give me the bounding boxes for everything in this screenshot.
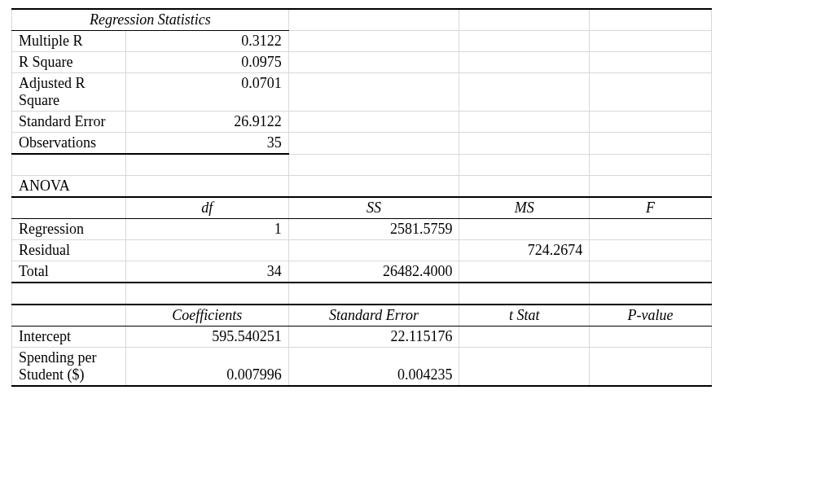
table-row: Total 34 26482.4000 [12,261,712,283]
stat-label-std-error: Standard Error [12,112,126,133]
anova-cell [459,219,590,240]
stat-label-observations: Observations [12,133,126,155]
stat-value-multiple-r: 0.3122 [125,31,288,52]
coef-cell [459,327,590,348]
coef-cell [590,348,712,387]
anova-cell: 26482.4000 [288,261,459,283]
coef-header-standard-error: Standard Error [288,305,459,327]
anova-cell: 34 [125,261,288,283]
stat-label-multiple-r: Multiple R [12,31,126,52]
stat-label-adj-r-square: Adjusted R Square [12,73,126,112]
coef-cell: 595.540251 [125,327,288,348]
anova-header-ss: SS [288,197,459,219]
coef-row-label: Intercept [12,327,126,348]
coef-cell [459,348,590,387]
table-title: Regression Statistics [12,9,289,31]
anova-row-label: Regression [12,219,126,240]
table-row: Residual 724.2674 [12,240,712,261]
table-row: Spending per Student ($) 0.007996 0.0042… [12,348,712,387]
regression-output: Regression Statistics Multiple R 0.3122 … [11,8,712,387]
coef-header-coefficients: Coefficients [125,305,288,327]
coef-cell: 0.007996 [125,348,288,387]
table-row: Intercept 595.540251 22.115176 [12,327,712,348]
anova-row-label: Residual [12,240,126,261]
stat-label-r-square: R Square [12,52,126,73]
coef-header-t-stat: t Stat [459,305,590,327]
anova-cell: 2581.5759 [288,219,459,240]
anova-cell [459,261,590,283]
anova-header-df: df [125,197,288,219]
coef-cell: 22.115176 [288,327,459,348]
anova-label: ANOVA [12,176,126,198]
anova-cell [590,219,712,240]
coef-row-label: Spending per Student ($) [12,348,126,387]
regression-table: Regression Statistics Multiple R 0.3122 … [11,8,712,387]
anova-header-f: F [590,197,712,219]
anova-cell: 724.2674 [459,240,590,261]
stat-value-std-error: 26.9122 [125,112,288,133]
table-row: Regression 1 2581.5759 [12,219,712,240]
anova-header-ms: MS [459,197,590,219]
anova-cell: 1 [125,219,288,240]
anova-cell [125,240,288,261]
coef-header-p-value: P-value [590,305,712,327]
stat-value-observations: 35 [125,133,288,155]
anova-cell [590,240,712,261]
stat-value-adj-r-square: 0.0701 [125,73,288,112]
coef-cell: 0.004235 [288,348,459,387]
anova-row-label: Total [12,261,126,283]
anova-cell [590,261,712,283]
coef-cell [590,327,712,348]
anova-cell [288,240,459,261]
stat-value-r-square: 0.0975 [125,52,288,73]
